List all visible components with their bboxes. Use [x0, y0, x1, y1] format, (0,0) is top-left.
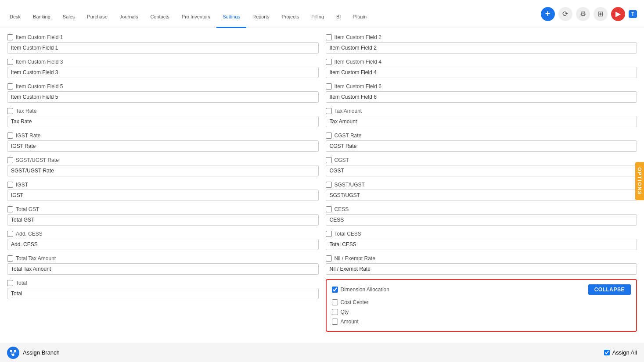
input-sgst-ugst-rate[interactable]	[7, 165, 319, 176]
input-cess[interactable]	[326, 214, 637, 226]
checkbox-amount[interactable]: Amount	[332, 318, 631, 326]
checkbox-igst-rate-input[interactable]	[7, 133, 13, 139]
input-sgst-ugst[interactable]	[326, 190, 637, 201]
nav-bi[interactable]: BI	[330, 0, 347, 28]
checkbox-item-custom-4-input[interactable]	[326, 59, 332, 65]
checkbox-total-gst-input[interactable]	[7, 206, 13, 212]
nav-right-actions: + ⟳ ⚙ ⊞ ▶ T	[541, 7, 637, 21]
checkbox-item-custom-5[interactable]: Item Custom Field 5	[7, 82, 319, 90]
nav-pro-inventory[interactable]: Pro Inventory	[176, 0, 216, 28]
nav-contacts[interactable]: Contacts	[144, 0, 175, 28]
input-tax-amount[interactable]	[326, 116, 637, 127]
checkbox-total-input[interactable]	[7, 280, 13, 286]
input-total-cess[interactable]	[326, 239, 637, 250]
nav-purchase[interactable]: Purchase	[81, 0, 113, 28]
checkbox-tax-amount[interactable]: Tax Amount	[326, 107, 637, 115]
nav-projects[interactable]: Projects	[276, 0, 306, 28]
checkbox-item-custom-2[interactable]: Item Custom Field 2	[326, 33, 637, 41]
input-nil-exempt-rate[interactable]	[326, 263, 637, 275]
nav-sales[interactable]: Sales	[57, 0, 81, 28]
checkbox-total[interactable]: Total	[7, 279, 319, 287]
checkbox-total-cess[interactable]: Total CESS	[326, 230, 637, 238]
checkbox-igst-input[interactable]	[7, 182, 13, 188]
nav-settings[interactable]: Settings	[216, 0, 246, 28]
checkbox-item-custom-3-input[interactable]	[7, 59, 13, 65]
checkbox-add-cess-input[interactable]	[7, 231, 13, 237]
checkbox-cess-input[interactable]	[326, 206, 332, 212]
input-igst[interactable]	[7, 190, 319, 201]
checkbox-qty-input[interactable]	[332, 309, 338, 315]
nav-reports[interactable]: Reports	[246, 0, 276, 28]
checkbox-nil-exempt-rate-input[interactable]	[326, 255, 332, 262]
checkbox-add-cess[interactable]: Add. CESS	[7, 230, 319, 238]
checkbox-tax-amount-input[interactable]	[326, 108, 332, 114]
checkbox-dimension-allocation-input[interactable]	[332, 287, 338, 293]
checkbox-tax-rate-input[interactable]	[7, 108, 13, 114]
checkbox-item-custom-6[interactable]: Item Custom Field 6	[326, 82, 637, 90]
checkbox-cgst-rate[interactable]: CGST Rate	[326, 132, 637, 140]
nav-filling[interactable]: Filling	[305, 0, 330, 28]
grid-button[interactable]: ⊞	[594, 7, 608, 21]
assign-all-checkbox[interactable]	[604, 350, 610, 355]
assign-all[interactable]: Assign All	[604, 349, 637, 356]
checkbox-qty[interactable]: Qty	[332, 308, 631, 316]
input-total-tax-amount[interactable]	[7, 263, 319, 275]
form-row-5: IGST Rate CGST Rate	[7, 132, 637, 154]
checkbox-dimension-allocation[interactable]: Dimension Allocation	[332, 286, 389, 294]
checkbox-amount-input[interactable]	[332, 319, 338, 325]
input-igst-rate[interactable]	[7, 140, 319, 152]
input-tax-rate[interactable]	[7, 116, 319, 127]
input-item-custom-5[interactable]	[7, 91, 319, 103]
form-row-1: Item Custom Field 1 Item Custom Field 2	[7, 33, 637, 56]
checkbox-sgst-ugst-input[interactable]	[326, 182, 332, 188]
checkbox-sgst-ugst-rate-input[interactable]	[7, 157, 13, 163]
input-cgst[interactable]	[326, 165, 637, 176]
checkbox-igst[interactable]: IGST	[7, 181, 319, 189]
checkbox-item-custom-5-input[interactable]	[7, 83, 13, 90]
checkbox-cost-center[interactable]: Cost Center	[332, 298, 631, 306]
checkbox-cgst-rate-input[interactable]	[326, 133, 332, 139]
options-panel[interactable]: OPTIONS	[635, 162, 644, 201]
checkbox-cgst[interactable]: CGST	[326, 156, 637, 164]
input-cgst-rate[interactable]	[326, 140, 637, 152]
checkbox-total-tax-amount-input[interactable]	[7, 255, 13, 262]
form-col-right-9: Total CESS	[326, 230, 637, 253]
checkbox-total-tax-amount[interactable]: Total Tax Amount	[7, 254, 319, 262]
checkbox-sgst-ugst[interactable]: SGST/UGST	[326, 181, 637, 189]
input-item-custom-4[interactable]	[326, 67, 637, 78]
settings-gear-button[interactable]: ⚙	[576, 7, 590, 21]
nav-banking[interactable]: Banking	[27, 0, 57, 28]
checkbox-tax-rate[interactable]: Tax Rate	[7, 107, 319, 115]
checkbox-cost-center-input[interactable]	[332, 299, 338, 305]
checkbox-item-custom-1-input[interactable]	[7, 34, 13, 40]
input-total-gst[interactable]	[7, 214, 319, 226]
input-item-custom-6[interactable]	[326, 91, 637, 103]
sync-button[interactable]: ⟳	[558, 7, 572, 21]
input-add-cess[interactable]	[7, 239, 319, 250]
checkbox-item-custom-6-input[interactable]	[326, 83, 332, 90]
youtube-button[interactable]: ▶	[611, 7, 625, 21]
input-total[interactable]	[7, 288, 319, 299]
checkbox-item-custom-4[interactable]: Item Custom Field 4	[326, 58, 637, 66]
checkbox-cess[interactable]: CESS	[326, 205, 637, 213]
input-item-custom-1[interactable]	[7, 42, 319, 54]
checkbox-item-custom-2-input[interactable]	[326, 34, 332, 40]
checkbox-nil-exempt-rate[interactable]: Nil / Exempt Rate	[326, 254, 637, 262]
checkbox-total-gst[interactable]: Total GST	[7, 205, 319, 213]
nav-journals[interactable]: Journals	[114, 0, 144, 28]
nav-desk[interactable]: Desk	[4, 0, 27, 28]
checkbox-cgst-input[interactable]	[326, 157, 332, 163]
add-button[interactable]: +	[541, 7, 555, 21]
checkbox-item-custom-3[interactable]: Item Custom Field 3	[7, 58, 319, 66]
collapse-button[interactable]: COLLAPSE	[588, 284, 631, 295]
assign-branch[interactable]: Assign Branch	[7, 347, 60, 359]
form-col-left-1: Item Custom Field 1	[7, 33, 319, 56]
form-col-right-10: Nil / Exempt Rate	[326, 254, 637, 277]
nav-plugin[interactable]: Plugin	[347, 0, 373, 28]
checkbox-sgst-ugst-rate[interactable]: SGST/UGST Rate	[7, 156, 319, 164]
input-item-custom-3[interactable]	[7, 67, 319, 78]
input-item-custom-2[interactable]	[326, 42, 637, 54]
checkbox-item-custom-1[interactable]: Item Custom Field 1	[7, 33, 319, 41]
checkbox-total-cess-input[interactable]	[326, 231, 332, 237]
checkbox-igst-rate[interactable]: IGST Rate	[7, 132, 319, 140]
